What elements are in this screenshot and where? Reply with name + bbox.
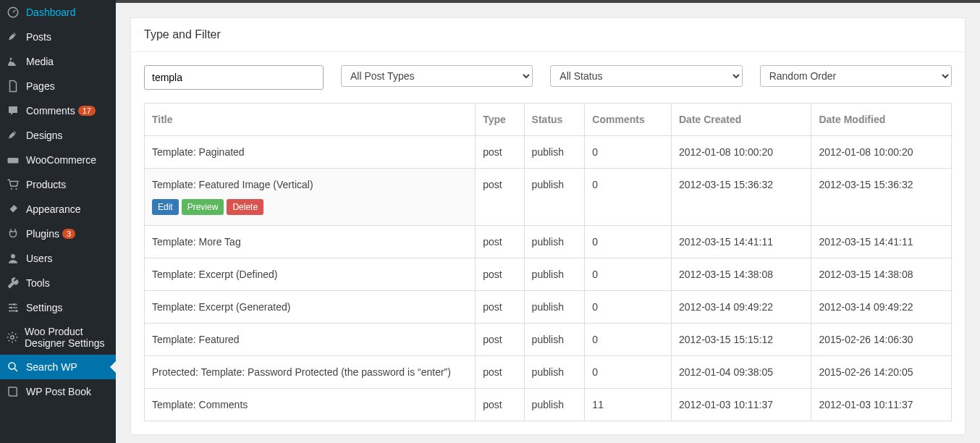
sidebar-item-label: Appearance [26,203,81,215]
row-type: post [476,291,524,324]
row-status: publish [524,169,585,226]
sidebar-item-products[interactable]: Products [0,172,116,197]
row-modified: 2012-03-15 15:36:32 [811,169,952,226]
user-icon [6,252,20,265]
row-status: publish [524,258,585,291]
cart-icon [6,178,20,191]
search-input[interactable] [144,65,324,90]
row-comments: 0 [585,324,672,356]
row-comments: 0 [585,291,672,324]
table-row[interactable]: Template: Excerpt (Defined)postpublish02… [145,258,952,291]
sidebar-item-label: Woo Product Designer Settings [25,326,110,349]
preview-button[interactable]: Preview [182,199,224,215]
edit-button[interactable]: Edit [152,199,179,215]
svg-point-6 [10,307,12,309]
table-row[interactable]: Template: Featured Image (Vertical)EditP… [145,169,952,226]
sidebar-item-label: Posts [26,31,51,43]
sidebar-item-comments[interactable]: Comments17 [0,98,116,123]
sidebar-item-label: Users [26,253,53,264]
delete-button[interactable]: Delete [227,199,263,215]
svg-point-3 [15,188,17,190]
row-status: publish [524,356,585,389]
row-status: publish [524,226,585,258]
sidebar-item-media[interactable]: Media [0,49,116,74]
column-header[interactable]: Date Modified [811,104,952,136]
sidebar-item-posts[interactable]: Posts [0,25,116,49]
column-header[interactable]: Status [524,104,585,136]
table-row[interactable]: Template: Paginatedpostpublish02012-01-0… [145,136,952,169]
sidebar-item-label: Designs [26,130,63,141]
sidebar-item-label: Tools [26,277,50,289]
svg-point-7 [16,310,18,312]
svg-point-2 [11,188,12,190]
woo-icon [6,153,20,166]
panel-title: Type and Filter [131,18,965,52]
row-comments: 11 [585,389,672,421]
table-row[interactable]: Template: Featuredpostpublish02012-03-15… [145,324,952,356]
row-modified: 2012-03-15 14:38:08 [811,258,952,291]
sidebar-item-woocommerce[interactable]: WooCommerce [0,148,116,172]
row-type: post [476,356,524,389]
row-created: 2012-03-15 14:38:08 [671,258,811,291]
row-created: 2012-03-15 15:15:12 [671,324,811,356]
media-icon [6,55,20,68]
table-row[interactable]: Template: Commentspostpublish112012-01-0… [145,389,952,421]
sidebar-item-pages[interactable]: Pages [0,74,116,98]
admin-sidebar: DashboardPostsMediaPagesComments17Design… [0,0,116,443]
row-title: Template: Comments [152,399,248,410]
column-header[interactable]: Date Created [671,104,811,136]
sidebar-item-search-wp[interactable]: Search WP [0,355,116,379]
row-created: 2012-03-15 14:41:11 [671,226,811,258]
sidebar-item-label: Media [26,56,54,67]
table-row[interactable]: Template: More Tagpostpublish02012-03-15… [145,226,952,258]
row-created: 2012-03-14 09:49:22 [671,291,811,324]
row-status: publish [524,389,585,421]
table-row[interactable]: Protected: Template: Password Protected … [145,356,952,389]
row-status: publish [524,324,585,356]
wrench-icon [6,277,20,290]
column-header[interactable]: Type [476,104,524,136]
sidebar-item-users[interactable]: Users [0,246,116,271]
row-type: post [476,226,524,258]
sidebar-item-label: Dashboard [26,7,76,18]
post-type-select[interactable]: All Post Types [341,65,533,87]
row-created: 2012-01-04 09:38:05 [671,356,811,389]
results-table: TitleTypeStatusCommentsDate CreatedDate … [144,103,952,421]
sidebar-item-tools[interactable]: Tools [0,271,116,295]
column-header[interactable]: Comments [585,104,672,136]
row-comments: 0 [585,136,672,169]
pages-icon [6,80,20,93]
svg-point-9 [9,363,15,369]
sidebar-item-label: Plugins [26,228,59,240]
row-created: 2012-01-08 10:00:20 [671,136,811,169]
search-icon [6,360,20,374]
table-row[interactable]: Template: Excerpt (Generated)postpublish… [145,291,952,324]
sidebar-item-plugins[interactable]: Plugins3 [0,222,116,246]
sidebar-item-designs[interactable]: Designs [0,123,116,148]
svg-point-4 [11,254,15,258]
row-modified: 2012-03-15 14:41:11 [811,226,952,258]
row-type: post [476,389,524,421]
row-modified: 2015-02-26 14:06:30 [811,324,952,356]
row-actions: EditPreviewDelete [152,199,468,215]
column-header[interactable]: Title [145,104,476,136]
order-select[interactable]: Random Order [760,65,952,87]
sidebar-item-wp-post-book[interactable]: WP Post Book [0,379,116,404]
sidebar-item-settings[interactable]: Settings [0,295,116,320]
sidebar-item-label: Comments [26,105,75,117]
row-title: Template: Featured [152,334,240,345]
row-title: Template: Excerpt (Generated) [152,301,290,313]
status-select[interactable]: All Status [550,65,742,87]
row-created: 2012-03-15 15:36:32 [671,169,811,226]
row-comments: 0 [585,356,672,389]
row-title: Protected: Template: Password Protected … [152,366,451,378]
row-modified: 2015-02-26 14:20:05 [811,356,952,389]
sidebar-item-dashboard[interactable]: Dashboard [0,0,116,25]
sidebar-item-label: Settings [26,302,63,313]
sidebar-item-woo-product-designer-settings[interactable]: Woo Product Designer Settings [0,320,116,355]
main-content: Type and Filter All Post Types All Statu… [116,0,980,443]
sidebar-item-appearance[interactable]: Appearance [0,197,116,222]
row-modified: 2012-01-08 10:00:20 [811,136,952,169]
svg-rect-1 [8,158,19,164]
row-type: post [476,324,524,356]
